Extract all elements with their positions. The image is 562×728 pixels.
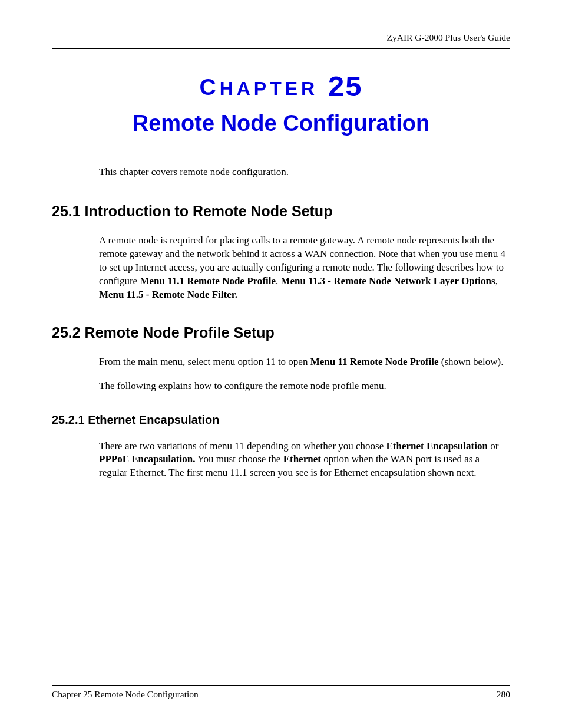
option-ethernet: Ethernet bbox=[283, 453, 321, 465]
section-25-2-para-2: The following explains how to configure … bbox=[99, 380, 510, 393]
footer-row: Chapter 25 Remote Node Configuration 280 bbox=[52, 689, 510, 700]
text-run: There are two variations of menu 11 depe… bbox=[99, 440, 386, 452]
menu-ref-11: Menu 11 Remote Node Profile bbox=[310, 356, 439, 367]
footer-rule bbox=[52, 685, 510, 686]
section-25-2-para-1: From the main menu, select menu option 1… bbox=[99, 355, 510, 369]
section-25-1-para-1: A remote node is required for placing ca… bbox=[99, 234, 510, 302]
header-rule bbox=[52, 48, 510, 49]
chapter-title: Remote Node Configuration bbox=[52, 111, 510, 136]
text-run: From the main menu, select menu option 1… bbox=[99, 356, 310, 367]
chapter-label-letter: C bbox=[199, 74, 219, 100]
chapter-label: CHAPTER 25 bbox=[52, 70, 510, 103]
section-25-2-heading: 25.2 Remote Node Profile Setup bbox=[52, 324, 510, 341]
page: ZyAIR G-2000 Plus User's Guide CHAPTER 2… bbox=[0, 0, 562, 728]
text-run: You must choose the bbox=[195, 453, 283, 465]
header-guide-name: ZyAIR G-2000 Plus User's Guide bbox=[52, 32, 510, 43]
text-run: , bbox=[495, 275, 498, 286]
section-25-1-heading: 25.1 Introduction to Remote Node Setup bbox=[52, 203, 510, 220]
menu-ref-11-3: Menu 11.3 - Remote Node Network Layer Op… bbox=[280, 275, 495, 286]
page-footer: Chapter 25 Remote Node Configuration 280 bbox=[52, 685, 510, 700]
menu-ref-11-1: Menu 11.1 Remote Node Profile bbox=[140, 275, 276, 286]
encap-pppoe: PPPoE Encapsulation. bbox=[99, 453, 195, 465]
chapter-label-rest: HAPTER bbox=[220, 78, 319, 99]
encap-ethernet: Ethernet Encapsulation bbox=[386, 440, 488, 452]
menu-ref-11-5: Menu 11.5 - Remote Node Filter. bbox=[99, 289, 237, 300]
text-run: (shown below). bbox=[438, 356, 503, 367]
text-run: or bbox=[488, 440, 498, 452]
chapter-number: 25 bbox=[328, 70, 363, 102]
footer-chapter-ref: Chapter 25 Remote Node Configuration bbox=[52, 689, 199, 700]
footer-page-number: 280 bbox=[497, 689, 510, 700]
chapter-intro: This chapter covers remote node configur… bbox=[99, 166, 510, 179]
section-25-2-1-heading: 25.2.1 Ethernet Encapsulation bbox=[52, 413, 510, 427]
section-25-2-1-para-1: There are two variations of menu 11 depe… bbox=[99, 440, 510, 480]
